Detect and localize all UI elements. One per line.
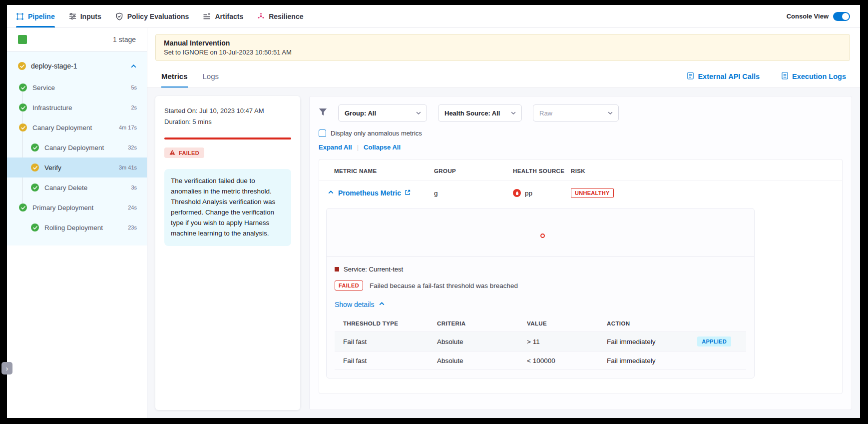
threshold-value: > 11 xyxy=(527,338,607,346)
warning-triangle-icon xyxy=(169,150,175,156)
resilience-icon xyxy=(257,12,265,20)
stage-status-icon xyxy=(18,62,26,70)
step-label: Canary Deployment xyxy=(44,144,104,152)
health-source-filter-value: Health Source: All xyxy=(444,110,500,117)
filter-funnel-icon xyxy=(319,108,327,118)
anomalous-metrics-checkbox[interactable] xyxy=(319,130,326,137)
risk-unhealthy-badge: UNHEALTHY xyxy=(571,188,614,198)
nav-tab-label: Resilience xyxy=(269,12,303,20)
nav-tab-pipeline[interactable]: Pipeline xyxy=(16,5,55,28)
success-check-icon xyxy=(31,184,39,192)
group-filter-value: Group: All xyxy=(345,110,376,117)
step-label: Infrastructure xyxy=(32,104,72,112)
step-label: Canary Delete xyxy=(44,184,87,192)
step-row-canary-deployment[interactable]: Canary Deployment 32s xyxy=(7,138,147,158)
failed-status-label: FAILED xyxy=(179,150,199,156)
banner-subtitle: Set to IGNORE on 10-Jul-2023 10:50:51 AM xyxy=(164,48,842,56)
criteria-value: Absolute xyxy=(437,338,527,346)
console-view-label: Console View xyxy=(787,12,829,20)
step-duration: 5s xyxy=(131,84,137,90)
nav-tab-label: Inputs xyxy=(80,12,101,20)
metric-name-link[interactable]: Prometheus Metric xyxy=(338,189,411,197)
step-row-verify[interactable]: Verify 3m 41s xyxy=(7,158,147,178)
step-row-canary-delete[interactable]: Canary Delete 3s xyxy=(7,178,147,198)
warning-check-icon xyxy=(31,164,39,172)
success-check-icon xyxy=(19,104,27,112)
manual-intervention-banner: Manual Intervention Set to IGNORE on 10-… xyxy=(155,34,850,61)
column-header-health-source: HEALTH SOURCE xyxy=(513,168,571,174)
external-api-calls-icon xyxy=(687,72,694,81)
nav-tab-artifacts[interactable]: Artifacts xyxy=(203,5,243,28)
started-on-label: Started On: Jul 10, 2023 10:47 AM xyxy=(164,107,291,114)
tab-logs[interactable]: Logs xyxy=(203,65,219,88)
tab-label: Metrics xyxy=(161,72,188,80)
banner-title: Manual Intervention xyxy=(164,39,842,47)
threshold-value: < 100000 xyxy=(527,357,607,364)
step-duration: 32s xyxy=(128,144,137,150)
step-duration: 23s xyxy=(128,224,137,230)
external-api-calls-label: External API Calls xyxy=(698,72,760,80)
legend-swatch xyxy=(335,267,339,272)
raw-filter-select[interactable]: Raw xyxy=(533,104,619,122)
sidebar-expand-handle[interactable]: › xyxy=(1,362,12,374)
tab-metrics[interactable]: Metrics xyxy=(161,65,188,88)
metric-name-text: Prometheus Metric xyxy=(338,189,401,197)
execution-sidebar: 1 stage deploy-stage-1 Servic xyxy=(7,28,147,418)
stage-header[interactable]: deploy-stage-1 xyxy=(7,54,147,78)
show-details-label: Show details xyxy=(335,300,374,308)
nav-tab-policy-evaluations[interactable]: Policy Evaluations xyxy=(115,5,189,28)
threshold-type-value: Fail fast xyxy=(343,357,437,364)
column-header-value: VALUE xyxy=(527,320,607,326)
metrics-table-header: METRIC NAME GROUP HEALTH SOURCE RISK xyxy=(319,160,842,180)
step-row-canary-deployment-group[interactable]: Canary Deployment 4m 17s xyxy=(7,118,147,138)
anomalous-data-point xyxy=(540,234,545,238)
health-source-filter-select[interactable]: Health Source: All xyxy=(438,104,522,122)
collapse-all-link[interactable]: Collapse All xyxy=(364,144,401,151)
criteria-value: Absolute xyxy=(437,357,527,364)
failure-reason-row: FAILED Failed because a fail-fast thresh… xyxy=(335,280,746,290)
chevron-down-icon xyxy=(411,110,422,116)
success-check-icon xyxy=(31,224,39,232)
nav-tab-label: Policy Evaluations xyxy=(127,12,189,20)
step-row-primary-deployment[interactable]: Primary Deployment 24s xyxy=(7,198,147,218)
metric-detail-panel: Service: Current-test FAILED Failed beca… xyxy=(326,208,755,378)
step-duration: 2s xyxy=(131,104,137,110)
console-view-control: Console View xyxy=(787,12,850,21)
external-link-icon xyxy=(405,189,411,197)
console-view-toggle[interactable] xyxy=(833,12,850,21)
execution-logs-link[interactable]: Execution Logs xyxy=(782,72,846,81)
threshold-row: Fail fast Absolute > 11 Fail immediately… xyxy=(335,332,746,351)
success-check-icon xyxy=(31,144,39,152)
column-header-metric-name: METRIC NAME xyxy=(334,168,434,174)
stage-tree-area: deploy-stage-1 Service 5s Infrastructu xyxy=(7,52,147,246)
expand-all-link[interactable]: Expand All xyxy=(319,144,352,151)
action-value: Fail immediately xyxy=(607,338,656,346)
collapse-row-chevron-up-icon[interactable] xyxy=(328,188,334,198)
chevron-up-icon[interactable] xyxy=(130,63,137,70)
step-row-service[interactable]: Service 5s xyxy=(7,78,147,98)
nav-tab-inputs[interactable]: Inputs xyxy=(69,5,101,28)
tab-label: Logs xyxy=(203,72,219,80)
step-row-infrastructure[interactable]: Infrastructure 2s xyxy=(7,98,147,118)
failed-status-badge: FAILED xyxy=(164,148,204,158)
main-content: Manual Intervention Set to IGNORE on 10-… xyxy=(147,28,860,418)
stage-status-square xyxy=(18,35,27,44)
step-tree: Service 5s Infrastructure 2s Canary Depl… xyxy=(7,78,147,238)
nav-tab-resilience[interactable]: Resilience xyxy=(257,5,303,28)
threshold-row: Fail fast Absolute < 100000 Fail immedia… xyxy=(335,351,746,370)
content-tabs-row: Metrics Logs External API Calls xyxy=(147,65,860,88)
group-filter-select[interactable]: Group: All xyxy=(338,104,427,122)
verification-message: The verification failed due to anomalies… xyxy=(164,169,291,246)
chevron-down-icon xyxy=(602,110,613,116)
show-details-toggle[interactable]: Show details xyxy=(335,300,746,308)
threshold-type-value: Fail fast xyxy=(343,338,437,346)
nav-tab-label: Pipeline xyxy=(28,12,55,20)
failed-progress-bar xyxy=(164,138,291,140)
sidebar-header: 1 stage xyxy=(7,28,147,52)
step-duration: 4m 17s xyxy=(119,124,137,130)
stage-count-label: 1 stage xyxy=(113,36,136,44)
external-api-calls-link[interactable]: External API Calls xyxy=(687,72,760,81)
chart-legend: Service: Current-test xyxy=(335,266,746,273)
step-row-rolling-deployment[interactable]: Rolling Deployment 23s xyxy=(7,218,147,238)
duration-label: Duration: 5 mins xyxy=(164,118,291,126)
